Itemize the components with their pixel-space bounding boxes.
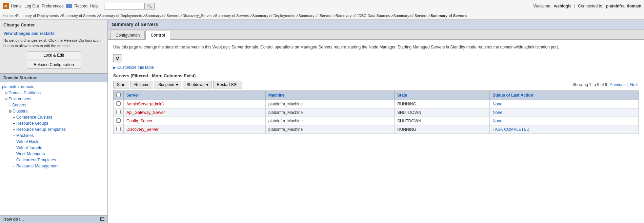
change-center-title: Change Center [3, 22, 104, 29]
row-checkbox-cell [114, 117, 124, 125]
server-link[interactable]: Config_Server [126, 119, 153, 123]
tree-item-concurrent-templates[interactable]: – Concurrent Templates [0, 157, 107, 163]
search-button[interactable]: 🔍 [145, 3, 155, 9]
home-link[interactable]: Home [11, 4, 22, 8]
server-link[interactable]: Api_Gateway_Server [126, 110, 165, 115]
change-center-description: No pending changes exist. Click the Rele… [3, 38, 104, 48]
shutdown-dropdown-icon: ▼ [205, 82, 209, 87]
machines-link[interactable]: Machines [16, 133, 34, 138]
info-text: Use this page to change the state of the… [113, 44, 639, 50]
restart-ssl-button[interactable]: Restart SSL [213, 81, 243, 88]
state-cell: RUNNING [394, 100, 490, 108]
coherence-clusters-link[interactable]: Coherence Clusters [16, 115, 52, 120]
environment-link[interactable]: Environment [8, 97, 31, 101]
tree-item-clusters[interactable]: ⊞ Clusters [0, 108, 107, 114]
how-do-i[interactable]: How do I... 🗖 [0, 215, 107, 223]
server-link[interactable]: AdminServer(admin) [126, 102, 164, 106]
customize-arrow-icon: ▶ [113, 66, 116, 69]
content-body: Use this page to change the state of the… [108, 40, 644, 223]
row-checkbox[interactable] [116, 101, 121, 106]
machine-cell: platoinfra_Machine [265, 125, 394, 134]
suspend-label: Suspend [158, 82, 174, 87]
tab-configuration[interactable]: Configuration [110, 31, 145, 39]
customize-table-link[interactable]: ▶ Customize this table [113, 65, 639, 70]
resource-group-templates-link[interactable]: Resource Group Templates [16, 127, 66, 132]
machine-cell: platoinfra_Machine [265, 108, 394, 117]
start-button[interactable]: Start [113, 81, 129, 88]
breadcrumb: Home >Summary of Deployments >Summary of… [0, 12, 644, 20]
servers-link[interactable]: Servers [12, 103, 26, 107]
domain-partitions-link[interactable]: Domain Partitions [8, 90, 41, 95]
help-link[interactable]: Help [90, 4, 99, 8]
username-label: weblogic [554, 4, 571, 8]
dash-icon-rm: – [13, 164, 15, 168]
state-cell: RUNNING [394, 125, 490, 134]
suspend-button[interactable]: Suspend ▼ [155, 81, 181, 88]
tree-item-resource-group-templates[interactable]: – Resource Group Templates [0, 126, 107, 133]
concurrent-templates-link[interactable]: Concurrent Templates [16, 158, 56, 162]
th-status: Status of Last Action [490, 91, 639, 100]
th-server[interactable]: Server ↑ [124, 91, 266, 100]
virtual-hosts-link[interactable]: Virtual Hosts [16, 139, 39, 144]
content-area: Summary of Servers Configuration Control… [108, 20, 644, 223]
select-all-checkbox[interactable] [116, 93, 121, 97]
shutdown-label: Shutdown [186, 82, 204, 87]
refresh-button[interactable]: ↺ [113, 54, 122, 62]
search-input[interactable] [104, 3, 145, 9]
table-row: AdminServer(admin) platoinfra_Machine RU… [114, 100, 639, 108]
customize-label: Customize this table [117, 65, 154, 70]
row-checkbox-cell [114, 108, 124, 117]
tree-item-machines[interactable]: – Machines [0, 133, 107, 139]
dash-icon-machines: – [13, 133, 15, 138]
status-link[interactable]: None [492, 110, 502, 115]
tree-root[interactable]: platoinfra_domain [0, 84, 107, 90]
lock-edit-button[interactable]: Lock & Edit [27, 51, 81, 59]
record-icon [66, 4, 72, 8]
status-link[interactable]: None [492, 102, 502, 106]
tree-item-servers[interactable]: – Servers [0, 102, 107, 108]
server-link[interactable]: Discovery_Server [126, 127, 159, 132]
server-name-cell: Api_Gateway_Server [124, 108, 266, 117]
th-state: State [394, 91, 490, 100]
logout-link[interactable]: Log Out [24, 4, 39, 8]
tree-item-resource-management[interactable]: – Resource Management [0, 163, 107, 169]
row-checkbox[interactable] [116, 110, 121, 114]
dash-icon-vh: – [13, 139, 15, 144]
row-checkbox[interactable] [116, 127, 121, 131]
resource-management-link[interactable]: Resource Management [16, 164, 59, 168]
view-changes-link[interactable]: View changes and restarts [3, 31, 104, 36]
preferences-link[interactable]: Preferences [42, 4, 64, 8]
dash-icon-coherence: – [13, 115, 15, 120]
table-row: Config_Server platoinfra_Machine SHUTDOW… [114, 117, 639, 125]
tree-item-work-managers[interactable]: – Work Managers [0, 151, 107, 157]
row-checkbox-cell [114, 100, 124, 108]
work-managers-link[interactable]: Work Managers [16, 151, 45, 156]
tree-item-domain-partitions[interactable]: ⊞ Domain Partitions [0, 90, 107, 96]
expand-icon-clusters: ⊞ [9, 109, 12, 113]
shutdown-button[interactable]: Shutdown ▼ [183, 81, 212, 88]
resource-groups-link[interactable]: Resource Groups [16, 121, 48, 126]
tree-item-virtual-targets[interactable]: – Virtual Targets [0, 145, 107, 151]
server-col-label: Server [126, 93, 139, 98]
release-config-button[interactable]: Release Configuration [27, 61, 81, 69]
resume-button[interactable]: Resume [130, 81, 153, 88]
record-link[interactable]: Record [74, 4, 87, 8]
tree-item-coherence-clusters[interactable]: – Coherence Clusters [0, 114, 107, 120]
breadcrumb-current: Summary of Servers [430, 14, 467, 18]
how-do-i-collapse-icon: 🗖 [100, 217, 104, 222]
domain-root-link[interactable]: platoinfra_domain [2, 84, 34, 89]
tree-item-environment[interactable]: ⊟ Environment [0, 96, 107, 102]
server-name-cell: Discovery_Server [124, 125, 266, 134]
tab-control[interactable]: Control [145, 31, 170, 40]
main-layout: Change Center View changes and restarts … [0, 20, 644, 223]
domain-structure: Domain Structure platoinfra_domain ⊞ Dom… [0, 74, 107, 223]
tree-item-resource-groups[interactable]: – Resource Groups [0, 120, 107, 126]
row-checkbox[interactable] [116, 118, 121, 123]
welcome-info: Welcome, weblogic | Connected to: platoi… [534, 4, 641, 8]
next-link[interactable]: Next [630, 82, 639, 87]
status-link[interactable]: None [492, 119, 502, 123]
previous-link[interactable]: Previous [610, 82, 626, 87]
clusters-link[interactable]: Clusters [13, 109, 27, 114]
tree-item-virtual-hosts[interactable]: – Virtual Hosts [0, 139, 107, 145]
virtual-targets-link[interactable]: Virtual Targets [16, 145, 42, 150]
